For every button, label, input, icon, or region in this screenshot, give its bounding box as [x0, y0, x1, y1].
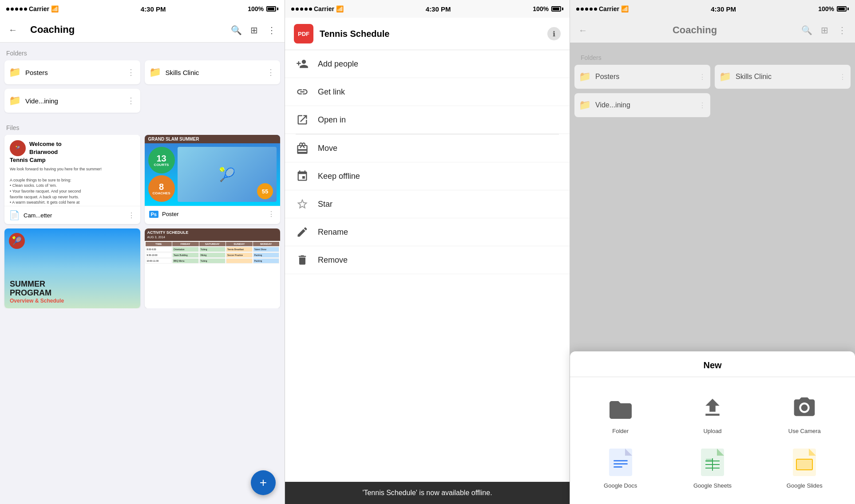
dimmed-folder-name-2: Skills Clinic — [736, 73, 772, 81]
menu-label-rename: Rename — [318, 228, 348, 237]
new-items-grid: Folder Upload — [570, 377, 855, 504]
remove-icon — [296, 253, 309, 267]
as-col-fri: FRIDAY — [172, 242, 199, 246]
folder-icon-posters: 📁 — [9, 67, 21, 78]
status-bar-3: Carrier 📶 4:30 PM 100% — [570, 0, 855, 18]
offline-toast: 'Tennis Schedule' is now available offli… — [285, 482, 570, 504]
new-folder-label: Folder — [612, 428, 629, 434]
gss-badges: 13 COURTS 8 COAcHES — [148, 147, 175, 202]
menu-item-add-people[interactable]: Add people — [285, 50, 570, 78]
as-c2: Tubing — [199, 247, 226, 252]
badge-coaches: 8 COAcHES — [148, 175, 175, 202]
dot3-1 — [576, 8, 579, 11]
dimmed-folder-icon-2: 📁 — [719, 71, 731, 83]
info-button[interactable]: ℹ — [547, 27, 561, 40]
file-name-camp: Cam...etter — [24, 212, 124, 219]
folder-more-video[interactable]: ⋮ — [127, 96, 136, 106]
files-header-1: Files — [0, 117, 285, 135]
more-icon-1[interactable]: ⋮ — [265, 24, 278, 37]
new-item-camera[interactable]: Use Camera — [759, 386, 851, 441]
as-thumb: ACTIVITY SCHEDULEAUG 3, 2014 TIME FRIDAY… — [145, 228, 281, 308]
menu-item-move[interactable]: Move — [285, 134, 570, 162]
camp-letter-footer: 📄 Cam...etter ⋮ — [4, 206, 140, 224]
keep-offline-icon — [296, 169, 309, 183]
search-icon-3[interactable]: 🔍 — [800, 24, 813, 37]
menu-label-get-link: Get link — [318, 87, 345, 97]
new-docs-icon — [605, 447, 636, 478]
fab-add-button[interactable]: + — [251, 470, 276, 495]
sp-overlay: SUMMERPROGRAM Overview & Schedule — [4, 276, 140, 308]
toast-text: 'Tennis Schedule' is now available offli… — [362, 489, 492, 496]
panel-context-menu: Carrier 📶 4:30 PM 100% PDF Tennis Schedu… — [285, 0, 570, 504]
gss-body: 13 COURTS 8 COAcHES 🎾 55 — [145, 143, 281, 205]
add-people-icon — [296, 57, 309, 71]
folder-icon-video: 📁 — [9, 95, 21, 106]
folder-item-skills[interactable]: 📁 Skills Clinic ⋮ — [145, 60, 281, 84]
menu-label-open-in: Open in — [318, 115, 346, 125]
folder-more-posters[interactable]: ⋮ — [127, 67, 136, 77]
file-card-poster[interactable]: GRAND SLAM SUMMER 13 COURTS 8 COAcHES — [145, 135, 281, 224]
time-2: 4:30 PM — [426, 5, 451, 13]
dot2-2 — [296, 8, 299, 11]
status-left-1: Carrier 📶 — [6, 5, 59, 12]
sp-title: SUMMERPROGRAM — [10, 280, 135, 298]
menu-item-get-link[interactable]: Get link — [285, 78, 570, 106]
dot1 — [6, 8, 9, 11]
time-3: 4:30 PM — [711, 5, 736, 13]
new-item-slides[interactable]: Google Slides — [759, 441, 851, 495]
folder-more-skills[interactable]: ⋮ — [267, 67, 276, 77]
battery-tip-1 — [277, 8, 278, 10]
new-upload-icon — [697, 392, 728, 423]
wifi-icon-3: 📶 — [621, 5, 629, 12]
dot2-1 — [291, 8, 294, 11]
menu-item-keep-offline[interactable]: Keep offline — [285, 162, 570, 190]
menu-item-star[interactable]: Star — [285, 190, 570, 218]
new-item-folder[interactable]: Folder — [574, 386, 666, 441]
svg-rect-12 — [706, 459, 712, 462]
grid-icon-1[interactable]: ⊞ — [247, 24, 261, 37]
more-icon-3[interactable]: ⋮ — [835, 24, 849, 37]
pdf-label: PDF — [298, 31, 309, 37]
grid-icon-3[interactable]: ⊞ — [818, 24, 831, 37]
back-button-3[interactable]: ← — [576, 24, 590, 37]
menu-item-open-in[interactable]: Open in — [285, 106, 570, 134]
sp-thumb: 🎾 SUMMERPROGRAM Overview & Schedule — [4, 228, 140, 308]
folder-item-video[interactable]: 📁 Vide...ining ⋮ — [4, 89, 140, 113]
file-more-poster[interactable]: ⋮ — [268, 210, 276, 218]
file-more-camp[interactable]: ⋮ — [128, 211, 136, 220]
file-card-summer-program[interactable]: 🎾 SUMMERPROGRAM Overview & Schedule — [4, 228, 140, 308]
new-item-docs[interactable]: Google Docs — [574, 441, 666, 495]
dot2-3 — [300, 8, 303, 11]
folder-icon-skills: 📁 — [149, 67, 161, 78]
file-card-camp-letter[interactable]: 🎾 Welcome toBriarwoodTennis Camp We look… — [4, 135, 140, 224]
file-card-activity-schedule[interactable]: ACTIVITY SCHEDULEAUG 3, 2014 TIME FRIDAY… — [145, 228, 281, 308]
menu-item-remove[interactable]: Remove — [285, 246, 570, 274]
svg-rect-5 — [614, 466, 622, 468]
gss-header-text: GRAND SLAM SUMMER — [145, 135, 281, 143]
menu-label-remove: Remove — [318, 256, 348, 265]
new-section-spacer: New Folder — [570, 351, 855, 504]
search-icon-1[interactable]: 🔍 — [230, 24, 243, 37]
menu-item-rename[interactable]: Rename — [285, 218, 570, 246]
as-header-text: ACTIVITY SCHEDULEAUG 3, 2014 — [145, 228, 281, 241]
as-t2: 9:30-10:00 — [146, 252, 172, 258]
folder-item-posters[interactable]: 📁 Posters ⋮ — [4, 60, 140, 84]
new-camera-icon — [789, 392, 820, 423]
dot3-4 — [590, 8, 593, 11]
back-button-1[interactable]: ← — [6, 24, 20, 37]
as-c3: Tennis Breakfast — [226, 247, 253, 252]
svg-rect-15 — [796, 459, 812, 470]
menu-label-move: Move — [318, 144, 337, 153]
new-upload-label: Upload — [703, 428, 721, 434]
as-card-content: ACTIVITY SCHEDULEAUG 3, 2014 TIME FRIDAY… — [145, 228, 281, 308]
docs-icon-camp: 📄 — [9, 210, 20, 220]
gss-card-content: GRAND SLAM SUMMER 13 COURTS 8 COAcHES — [145, 135, 281, 206]
new-item-sheets[interactable]: Google Sheets — [666, 441, 758, 495]
gss-image: 🎾 55 — [178, 147, 277, 202]
files-grid-1: 🎾 Welcome toBriarwoodTennis Camp We look… — [0, 135, 285, 308]
new-folder-icon — [605, 392, 636, 423]
new-item-upload[interactable]: Upload — [666, 386, 758, 441]
dimmed-folder-more-3: ⋮ — [699, 101, 706, 110]
menu-file-title: Tennis Schedule — [320, 29, 541, 39]
status-bar-1: Carrier 📶 4:30 PM 100% — [0, 0, 285, 18]
